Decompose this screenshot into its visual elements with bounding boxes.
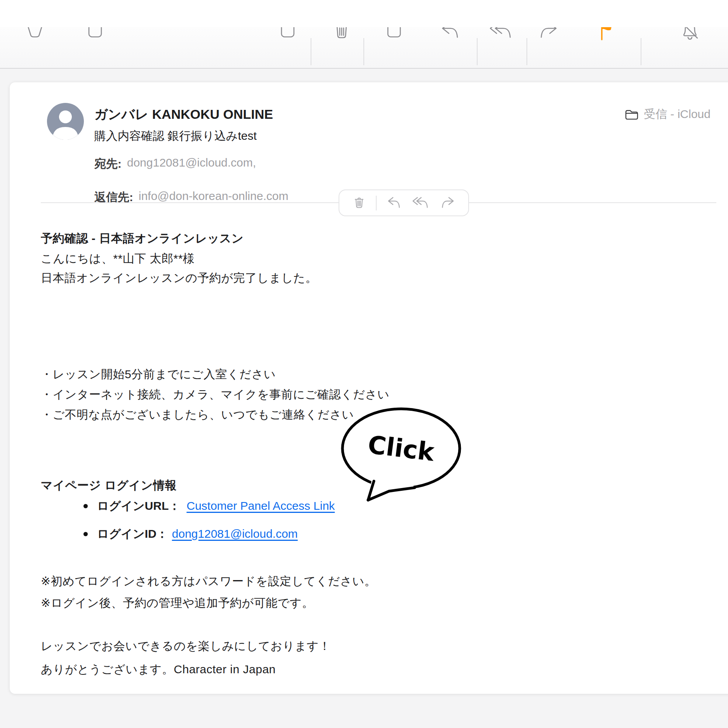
flag-icon[interactable] [596,27,617,43]
filter-icon[interactable] [24,27,46,43]
toolbar-separator [311,38,311,65]
bullet-dot [83,532,88,536]
body-title: 予約確認 - 日本語オンラインレッスン [41,231,244,247]
toolbar-separator [477,38,478,65]
login-url-row: ログインURL： Customer Panel Access Link [83,498,335,514]
move-to-box-icon[interactable] [276,27,298,43]
toolbar-separator [641,38,641,65]
action-bar-separator [376,196,377,210]
mute-icon[interactable] [679,27,702,43]
body-bullet: ・ご不明な点がございましたら、いつでもご連絡ください [41,407,354,423]
login-section-title: マイページ ログイン情報 [41,478,177,493]
body-confirmation: 日本語オンラインレッスンの予約が完了しました。 [41,270,317,286]
to-value[interactable]: dong12081@icloud.com, [127,156,256,172]
reply-icon[interactable] [439,27,460,43]
body-note: ※ログイン後、予約の管理や追加予約が可能です。 [41,595,314,611]
to-label: 宛先: [94,156,122,172]
mailbox-indicator: 受信 - iCloud [624,106,711,122]
archive-box-icon[interactable] [84,27,106,43]
body-greeting: こんにちは、**山下 太郎**様 [41,251,195,267]
reply-all-icon[interactable] [412,196,430,210]
login-id-link[interactable]: dong12081@icloud.com [172,527,298,540]
toolbar-separator [526,38,527,65]
body-bullet: ・レッスン開始5分前までにご入室ください [41,367,276,382]
mail-toolbar [0,27,728,69]
window-top-strip [0,0,728,27]
mailbox-label: 受信 - iCloud [644,106,711,122]
body-note: ※初めてログインされる方はパスワードを設定してください。 [41,573,376,589]
junk-icon[interactable] [383,27,405,43]
bullet-dot [83,504,88,508]
sender-avatar [47,103,84,140]
login-url-label: ログインURL： [97,498,180,514]
toolbar-separator [363,38,364,65]
sender-name: ガンバレ KANKOKU ONLINE [94,106,273,123]
login-id-row: ログインID： dong12081@icloud.com [83,526,298,542]
trash-icon[interactable] [352,196,367,210]
to-row: 宛先: dong12081@icloud.com, [94,156,256,172]
body-closing: ありがとうございます。Character in Japan [41,662,276,678]
reply-icon[interactable] [386,196,402,210]
message-subject: 購入内容確認 銀行振り込みtest [94,128,257,144]
message-action-bar [339,189,469,216]
customer-panel-link[interactable]: Customer Panel Access Link [186,499,335,513]
trash-icon[interactable] [331,27,353,43]
click-annotation-bubble: Click [334,398,474,511]
reply-all-icon[interactable] [488,27,513,43]
body-closing: レッスンでお会いできるのを楽しみにしております！ [41,638,331,654]
login-id-label: ログインID： [97,526,168,542]
forward-icon[interactable] [538,27,560,43]
forward-icon[interactable] [440,196,456,210]
folder-icon [624,108,639,121]
